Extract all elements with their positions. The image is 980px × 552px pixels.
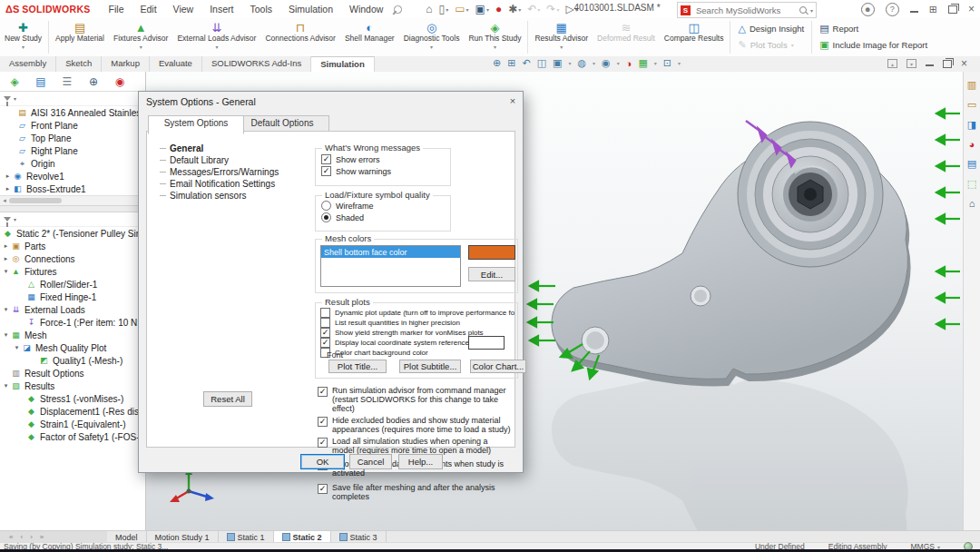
menu-simulation[interactable]: Simulation xyxy=(287,3,335,15)
dialog-tab-system-options[interactable]: System Options xyxy=(148,115,244,134)
compare-results-button[interactable]: ◫ Compare Results xyxy=(660,18,729,56)
load-all-studies-checkbox[interactable]: Load all simulation studies when opening… xyxy=(318,437,512,455)
configurationmanager-tab-icon[interactable]: ☰ xyxy=(60,75,74,88)
tree-item-result-options[interactable]: ▥ Result Options xyxy=(0,367,145,380)
checkbox-icon[interactable] xyxy=(320,308,330,318)
featuremanager-tab-icon[interactable]: ◈ xyxy=(7,75,22,88)
tree-item-factor-of-safety1[interactable]: ◆ Factor of Safety1 (-FOS-) xyxy=(0,430,145,443)
cancel-button[interactable]: Cancel xyxy=(349,454,392,469)
mesh-color-swatch[interactable] xyxy=(468,245,515,260)
tree-item-stress1[interactable]: ◆ Stress1 (-vonMises-) xyxy=(0,392,145,405)
shaded-radio[interactable]: Shaded xyxy=(321,212,450,222)
tree-item-results[interactable]: ▾ ▧ Results xyxy=(0,380,145,392)
tree-item-roller-slider[interactable]: △ Roller/Slider-1 xyxy=(0,278,145,291)
home-icon[interactable]: ⌂ xyxy=(426,3,432,15)
hide-excluded-bodies-checkbox[interactable]: Hide excluded bodies and show study mate… xyxy=(318,416,512,434)
scroll-prev-icon[interactable]: ‹ xyxy=(20,533,23,541)
tree-item-front-plane[interactable]: ▱ Front Plane xyxy=(0,119,145,132)
tree-item-study[interactable]: ◆ Static 2* (-Tensioner Pulley Sim-) xyxy=(0,227,145,240)
tree-item-right-plane[interactable]: ▱ Right Plane xyxy=(0,144,145,157)
tab-evaluate[interactable]: Evaluate xyxy=(150,56,202,72)
ok-button[interactable]: OK xyxy=(300,454,345,469)
include-image-for-report-button[interactable]: ▣ Include Image for Report xyxy=(819,38,927,51)
options-tree-simulation-sensors[interactable]: Simulation sensors xyxy=(160,190,279,202)
checkbox-icon[interactable] xyxy=(320,318,330,328)
tree-item-fixed-hinge[interactable]: ▦ Fixed Hinge-1 xyxy=(0,291,145,303)
tab-assembly[interactable]: Assembly xyxy=(0,56,56,72)
edit-appearance-icon[interactable]: ◑ xyxy=(626,58,632,69)
search-caret-icon[interactable]: ▾ xyxy=(810,7,813,14)
checkbox-icon[interactable] xyxy=(318,387,328,397)
user-account-icon[interactable]: ☻ xyxy=(861,3,875,16)
tree-item-material[interactable]: ▤ AISI 316 Annealed Stainless Steel Bar … xyxy=(0,106,145,119)
save-icon[interactable]: ▣▾ xyxy=(475,3,489,15)
wireframe-radio[interactable]: Wireframe xyxy=(321,201,450,211)
apply-scene-icon[interactable]: ▦ xyxy=(638,57,647,69)
radio-icon[interactable] xyxy=(321,201,331,211)
section-view-icon[interactable]: ◫ xyxy=(537,57,546,69)
apply-material-button[interactable]: ▤ Apply Material xyxy=(51,18,109,56)
solidworks-resources-icon[interactable]: ⌂ xyxy=(969,198,975,209)
radio-icon[interactable] xyxy=(321,212,331,222)
checkbox-icon[interactable] xyxy=(321,154,331,164)
show-warnings-checkbox[interactable]: Show warnings xyxy=(321,166,450,176)
tree-item-quality1[interactable]: ◩ Quality1 (-Mesh-) xyxy=(0,354,145,367)
tab-markup[interactable]: Markup xyxy=(102,56,150,72)
minimize-icon[interactable] xyxy=(910,11,918,13)
tree-item-mesh-quality-plot[interactable]: ▾ ◪ Mesh Quality Plot xyxy=(0,341,145,354)
options-tree-email-notification[interactable]: Email Notification Settings xyxy=(160,178,279,190)
results-advisor-button[interactable]: ▦ Results Advisor▾ xyxy=(530,18,593,56)
dimxpertmanager-tab-icon[interactable]: ⊕ xyxy=(86,75,101,88)
options-tree-default-library[interactable]: Default Library xyxy=(160,154,279,166)
mesh-color-list-item[interactable]: Shell bottom face color xyxy=(321,246,460,258)
scroll-first-icon[interactable]: « xyxy=(9,533,13,541)
deformed-result-button[interactable]: ≋ Deformed Result xyxy=(593,18,660,56)
menu-insert[interactable]: Insert xyxy=(208,3,235,15)
connections-advisor-button[interactable]: ⊓ Connections Advisor xyxy=(260,18,340,56)
dialog-close-icon[interactable]: × xyxy=(505,94,521,108)
doc-restore-icon[interactable] xyxy=(943,60,952,68)
scroll-next-icon[interactable]: › xyxy=(30,533,33,541)
previous-view-icon[interactable]: ↶ xyxy=(522,57,530,69)
reset-all-button[interactable]: Reset All xyxy=(203,391,252,407)
view-palette-icon[interactable]: ◨ xyxy=(967,119,976,131)
new-study-button[interactable]: ✚ New Study▾ xyxy=(0,18,46,56)
horizontal-scrollbar[interactable]: ◂ xyxy=(0,195,145,205)
menu-view[interactable]: View xyxy=(172,3,196,15)
scrollbar-thumb[interactable] xyxy=(9,198,62,203)
search-box[interactable]: S ▾ xyxy=(677,2,817,18)
doc-window-icon[interactable]: ▴ xyxy=(887,59,897,68)
filter-caret-icon[interactable]: ▾ xyxy=(14,95,16,102)
dynamic-plot-update-checkbox[interactable]: Dynamic plot update (turn off to improve… xyxy=(320,308,514,318)
display-style-icon[interactable]: ◍ xyxy=(577,57,586,69)
doc-window-icon[interactable]: ▾ xyxy=(906,59,916,68)
expander-icon[interactable]: ▾ xyxy=(13,344,21,351)
menu-edit[interactable]: Edit xyxy=(139,3,159,15)
scroll-left-icon[interactable]: ◂ xyxy=(0,197,9,204)
maximize-icon[interactable]: ⊞ xyxy=(929,4,937,15)
displaymanager-tab-icon[interactable]: ◉ xyxy=(113,75,127,88)
search-input[interactable] xyxy=(694,5,796,16)
close-icon[interactable]: × xyxy=(968,3,975,15)
external-loads-advisor-button[interactable]: ⇊ External Loads Advisor▾ xyxy=(172,18,260,56)
help-button[interactable]: Help... xyxy=(398,454,443,469)
view-orientation-icon[interactable]: ▣ xyxy=(553,57,562,69)
filter-caret-icon[interactable]: ▾ xyxy=(14,216,16,222)
new-document-icon[interactable]: ▯▾ xyxy=(439,3,449,15)
menu-tools[interactable]: Tools xyxy=(248,3,274,15)
run-this-study-button[interactable]: ◈ Run This Study▾ xyxy=(464,18,525,56)
tree-item-displacement1[interactable]: ◆ Displacement1 (-Res disp-) xyxy=(0,405,145,418)
expander-icon[interactable]: ▸ xyxy=(2,255,10,262)
design-insight-button[interactable]: △ Design Insight xyxy=(738,22,804,34)
rebuild-icon[interactable]: ● xyxy=(495,3,502,15)
tree-item-connections[interactable]: ▸ ◎ Connections xyxy=(0,252,145,265)
open-icon[interactable]: ▭▾ xyxy=(455,3,468,15)
panel-splitter[interactable] xyxy=(0,205,145,212)
doc-minimize-icon[interactable] xyxy=(926,64,934,66)
plot-tools-button[interactable]: ✎ Plot Tools ▾ xyxy=(738,38,804,51)
checkbox-icon[interactable] xyxy=(320,328,330,338)
tree-item-mesh[interactable]: ▾ ▦ Mesh xyxy=(0,329,145,341)
checkbox-icon[interactable] xyxy=(318,417,328,427)
expander-icon[interactable]: ▾ xyxy=(2,382,10,389)
custom-properties-icon[interactable]: ▤ xyxy=(967,158,976,170)
